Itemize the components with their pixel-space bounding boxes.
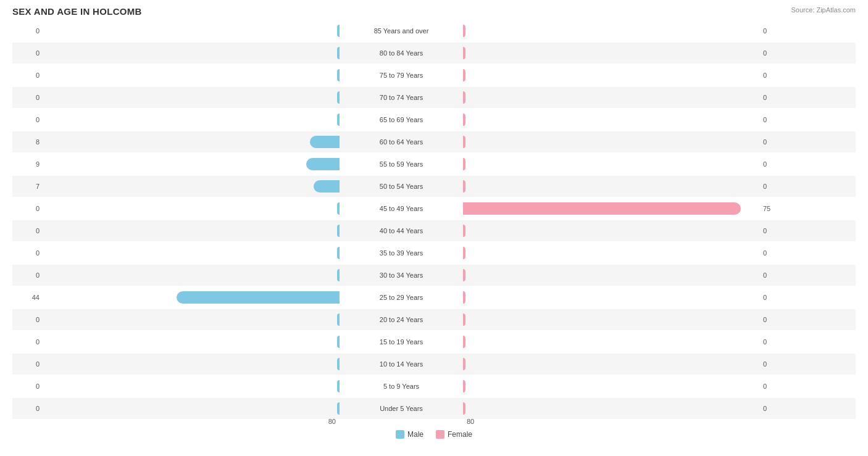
female-bar — [463, 336, 465, 348]
female-bar — [463, 380, 465, 392]
female-value: 0 — [759, 405, 790, 412]
male-value: 0 — [12, 227, 43, 234]
left-bar-area — [43, 154, 340, 175]
female-value: 0 — [759, 227, 790, 234]
right-bar-area — [463, 109, 759, 130]
female-bar — [463, 313, 465, 326]
left-bar-area — [43, 109, 340, 130]
male-value: 44 — [12, 294, 43, 301]
male-bar — [177, 291, 340, 304]
left-bar-area — [43, 309, 340, 330]
female-legend-box — [436, 430, 444, 439]
right-bar-area — [463, 265, 759, 286]
age-group-label: 75 to 79 Years — [340, 72, 463, 79]
chart-row: 0 5 to 9 Years 0 — [12, 376, 856, 397]
chart-title: SEX AND AGE IN HOLCOMB — [12, 6, 856, 17]
female-bar — [463, 69, 465, 81]
male-value: 0 — [12, 116, 43, 123]
age-group-label: 40 to 44 Years — [340, 227, 463, 234]
male-legend-box — [396, 430, 404, 439]
female-bar — [463, 91, 465, 104]
male-bar — [310, 136, 340, 148]
female-bar — [463, 114, 465, 126]
age-group-label: 5 to 9 Years — [340, 383, 463, 390]
legend-male: Male — [396, 430, 424, 439]
male-value: 0 — [12, 94, 43, 101]
female-value: 0 — [759, 138, 790, 146]
left-bar-area — [43, 376, 340, 397]
left-bar-area — [43, 398, 340, 419]
female-bar — [463, 202, 741, 215]
age-group-label: 15 to 19 Years — [340, 338, 463, 346]
female-bar — [463, 47, 465, 59]
left-bar-area — [43, 87, 340, 108]
left-bar-area — [43, 331, 340, 352]
female-bar — [463, 136, 465, 148]
age-group-label: 55 to 59 Years — [340, 160, 463, 168]
chart-container: SEX AND AGE IN HOLCOMB Source: ZipAtlas.… — [0, 0, 868, 456]
right-bar-area — [463, 376, 759, 397]
female-value: 75 — [759, 205, 790, 212]
left-bar-area — [43, 65, 340, 86]
female-value: 0 — [759, 338, 790, 346]
chart-row: 0 65 to 69 Years 0 — [12, 109, 856, 130]
male-value: 0 — [12, 72, 43, 79]
chart-row: 0 Under 5 Years 0 — [12, 398, 856, 419]
chart-row: 0 30 to 34 Years 0 — [12, 265, 856, 286]
chart-row: 8 60 to 64 Years 0 — [12, 131, 856, 152]
male-bar — [314, 180, 340, 193]
left-bar-area — [43, 20, 340, 41]
male-value: 0 — [12, 338, 43, 346]
female-value: 0 — [759, 249, 790, 257]
female-bar — [463, 225, 465, 237]
chart-row: 0 40 to 44 Years 0 — [12, 220, 856, 241]
right-bar-area — [463, 243, 759, 263]
age-group-label: 50 to 54 Years — [340, 183, 463, 190]
female-bar — [463, 269, 465, 281]
female-bar — [463, 25, 465, 37]
right-bar-area — [463, 65, 759, 86]
female-value: 0 — [759, 183, 790, 190]
source-text: Source: ZipAtlas.com — [791, 6, 856, 14]
chart-row: 0 45 to 49 Years 75 — [12, 198, 856, 219]
legend-female: Female — [436, 430, 472, 439]
chart-row: 0 85 Years and over 0 — [12, 20, 856, 41]
female-bar — [463, 358, 465, 370]
age-group-label: 80 to 84 Years — [340, 49, 463, 57]
age-group-label: 70 to 74 Years — [340, 94, 463, 101]
right-bar-area — [463, 220, 759, 241]
left-bar-area — [43, 176, 340, 197]
female-bar — [463, 291, 465, 304]
right-bar-area — [463, 131, 759, 152]
female-value: 0 — [759, 72, 790, 79]
male-value: 0 — [12, 405, 43, 412]
left-bar-area — [43, 131, 340, 152]
left-bar-area — [43, 198, 340, 219]
chart-row: 44 25 to 29 Years 0 — [12, 287, 856, 308]
age-group-label: 20 to 24 Years — [340, 316, 463, 323]
female-bar — [463, 247, 465, 259]
left-bar-area — [43, 243, 340, 263]
male-value: 0 — [12, 316, 43, 323]
male-bar — [306, 158, 340, 170]
right-bar-area — [463, 176, 759, 197]
female-value: 0 — [759, 27, 790, 35]
female-value: 0 — [759, 272, 790, 279]
female-value: 0 — [759, 116, 790, 123]
female-bar — [463, 180, 465, 193]
male-label: Male — [407, 430, 424, 439]
male-value: 0 — [12, 360, 43, 368]
age-group-label: 35 to 39 Years — [340, 249, 463, 257]
age-group-label: 65 to 69 Years — [340, 116, 463, 123]
male-value: 0 — [12, 249, 43, 257]
male-value: 0 — [12, 383, 43, 390]
age-group-label: 30 to 34 Years — [340, 272, 463, 279]
chart-row: 0 20 to 24 Years 0 — [12, 309, 856, 330]
male-value: 0 — [12, 272, 43, 279]
chart-row: 0 70 to 74 Years 0 — [12, 87, 856, 108]
right-bar-area — [463, 154, 759, 175]
age-group-label: Under 5 Years — [340, 405, 463, 412]
female-value: 0 — [759, 160, 790, 168]
left-bar-area — [43, 43, 340, 64]
female-value: 0 — [759, 383, 790, 390]
